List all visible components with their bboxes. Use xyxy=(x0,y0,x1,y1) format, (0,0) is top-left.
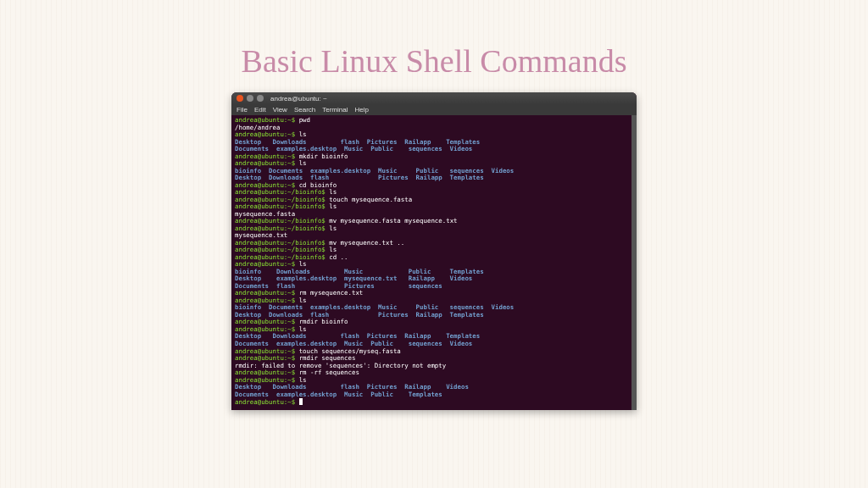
menu-file[interactable]: File xyxy=(236,106,248,114)
titlebar: andrea@ubuntu: ~ xyxy=(231,92,637,104)
scrollbar[interactable] xyxy=(632,115,637,410)
window-title: andrea@ubuntu: ~ xyxy=(270,95,327,103)
menu-search[interactable]: Search xyxy=(294,106,315,114)
menubar: File Edit View Search Terminal Help xyxy=(231,104,637,115)
term-line: Documents examples.desktop Music Public … xyxy=(235,391,633,399)
cursor-icon xyxy=(299,398,303,405)
menu-terminal[interactable]: Terminal xyxy=(322,106,348,114)
menu-view[interactable]: View xyxy=(273,106,287,114)
terminal-window: andrea@ubuntu: ~ File Edit View Search T… xyxy=(231,92,637,410)
term-line: andrea@ubuntu:~$ xyxy=(235,398,633,407)
menu-edit[interactable]: Edit xyxy=(254,106,266,114)
close-icon[interactable] xyxy=(236,95,243,102)
term-line: andrea@ubuntu:~$ pwd xyxy=(235,117,633,125)
maximize-icon[interactable] xyxy=(257,95,264,102)
terminal-body[interactable]: andrea@ubuntu:~$ pwd /home/andrea andrea… xyxy=(231,115,637,410)
minimize-icon[interactable] xyxy=(247,95,253,102)
slide-title: Basic Linux Shell Commands xyxy=(0,0,868,92)
term-line: andrea@ubuntu:~/bioinfo$ ls xyxy=(235,225,633,233)
menu-help[interactable]: Help xyxy=(354,106,368,114)
